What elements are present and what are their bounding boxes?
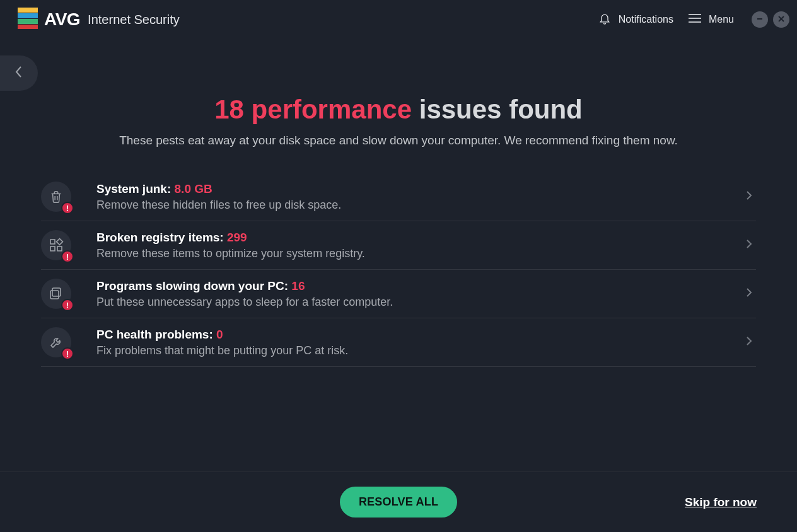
issue-label: System junk: (96, 182, 171, 195)
issue-row-system-junk[interactable]: ! System junk: 8.0 GB Remove these hidde… (41, 173, 756, 221)
issue-label: PC health problems: (96, 328, 213, 341)
svg-rect-14 (57, 246, 62, 251)
issue-desc: Fix problems that might be putting your … (96, 344, 746, 357)
headline-rest: issues found (419, 95, 583, 124)
menu-button[interactable]: Menu (689, 13, 734, 26)
alert-badge-icon: ! (61, 250, 74, 263)
chevron-right-icon (746, 336, 752, 349)
issue-row-programs[interactable]: ! Programs slowing down your PC: 16 Put … (41, 270, 756, 318)
chevron-right-icon (746, 190, 752, 203)
svg-rect-16 (52, 288, 61, 296)
issue-value: 16 (291, 279, 305, 292)
issue-value: 0 (216, 328, 223, 341)
issues-list: ! System junk: 8.0 GB Remove these hidde… (41, 173, 756, 367)
notifications-label: Notifications (619, 14, 673, 25)
avg-logo-icon (18, 8, 38, 32)
minimize-button[interactable] (752, 11, 768, 28)
headline-accent: 18 performance (214, 95, 412, 124)
svg-rect-3 (18, 25, 38, 29)
svg-rect-15 (57, 239, 63, 245)
issue-desc: Put these unnecessary apps to sleep for … (96, 296, 746, 309)
svg-rect-13 (50, 246, 55, 251)
issue-row-registry[interactable]: ! Broken registry items: 299 Remove thes… (41, 221, 756, 270)
issue-label: Programs slowing down your PC: (96, 279, 288, 292)
svg-rect-17 (50, 291, 59, 299)
hamburger-icon (689, 13, 701, 26)
back-button[interactable] (0, 55, 38, 91)
notifications-button[interactable]: Notifications (598, 11, 673, 28)
chevron-right-icon (746, 239, 752, 252)
alert-badge-icon: ! (61, 202, 74, 214)
chevron-left-icon (15, 66, 23, 81)
page-subtitle: These pests eat away at your disk space … (0, 134, 797, 147)
close-icon (777, 14, 785, 25)
resolve-all-button[interactable]: RESOLVE ALL (340, 487, 457, 518)
chevron-right-icon (746, 287, 752, 300)
svg-rect-1 (18, 13, 38, 18)
minimize-icon (756, 14, 764, 25)
footer-bar: RESOLVE ALL Skip for now (0, 471, 797, 532)
svg-rect-0 (18, 8, 38, 13)
issue-desc: Remove these hidden files to free up dis… (96, 199, 746, 212)
app-header: AVG Internet Security Notifications Menu (0, 0, 797, 39)
brand-sub: Internet Security (88, 13, 180, 27)
issue-desc: Remove these items to optimize your syst… (96, 247, 746, 260)
close-button[interactable] (773, 11, 789, 28)
main-content: 18 performance issues found These pests … (0, 39, 797, 367)
alert-badge-icon: ! (61, 299, 74, 311)
brand-name: AVG (44, 9, 80, 30)
issue-value: 299 (227, 231, 247, 244)
issue-row-health[interactable]: ! PC health problems: 0 Fix problems tha… (41, 318, 756, 367)
svg-rect-12 (50, 240, 55, 244)
issue-label: Broken registry items: (96, 231, 224, 244)
bell-icon (598, 11, 611, 28)
brand: AVG Internet Security (18, 8, 180, 32)
menu-label: Menu (709, 14, 734, 25)
page-title: 18 performance issues found (0, 95, 797, 125)
issue-value: 8.0 GB (175, 182, 212, 195)
svg-rect-2 (18, 19, 38, 24)
skip-for-now-link[interactable]: Skip for now (685, 495, 757, 509)
alert-badge-icon: ! (61, 347, 74, 360)
